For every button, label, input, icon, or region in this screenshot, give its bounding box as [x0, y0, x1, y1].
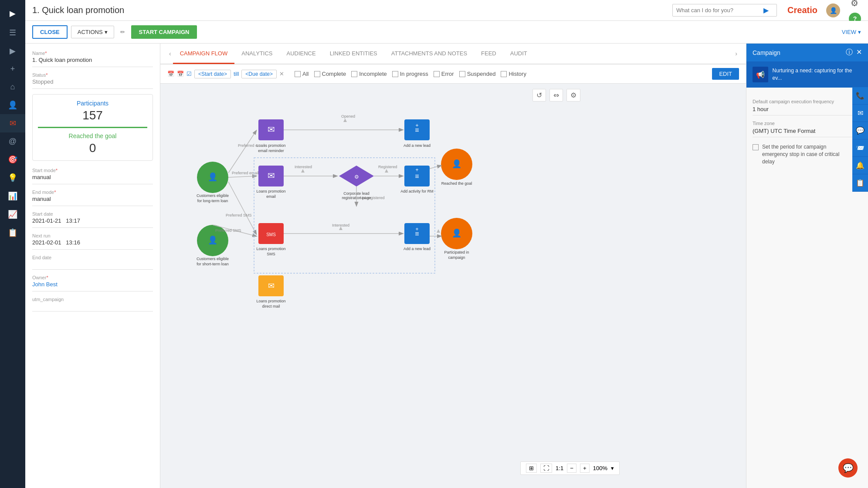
tab-audit[interactable]: AUDIT [503, 44, 534, 64]
svg-text:Loans promotion: Loans promotion [256, 247, 285, 251]
search-input[interactable] [676, 7, 763, 14]
quick-chat-icon[interactable]: 💬 [852, 122, 868, 139]
owner-value[interactable]: John Best [32, 281, 153, 291]
quick-bell-icon[interactable]: 🔔 [852, 157, 868, 174]
actions-button[interactable]: ACTIONS ▾ [71, 26, 114, 38]
end-mode-label: End mode* [32, 190, 153, 195]
settings-button[interactable]: ⚙ [566, 89, 580, 102]
close-panel-icon[interactable]: ✕ [856, 48, 862, 57]
nav-analytics-icon[interactable]: 📈 [0, 205, 25, 224]
zoom-dropdown-icon[interactable]: ▾ [611, 465, 614, 471]
pencil-button[interactable]: ✏ [118, 26, 128, 38]
zoom-in-button[interactable]: + [580, 464, 590, 473]
svg-text:Add a new lead: Add a new lead [403, 143, 431, 148]
tab-analytics[interactable]: ANALYTICS [234, 44, 279, 64]
status-field: Status* Stopped [32, 72, 153, 89]
info-icon[interactable]: ⓘ [846, 48, 853, 57]
quick-calendar-icon[interactable]: 📋 [852, 174, 868, 192]
cb-all[interactable]: All [295, 71, 309, 77]
close-button[interactable]: CLOSE [32, 25, 68, 39]
rp-tz-label: Time zone [753, 121, 862, 126]
nav-chart-icon[interactable]: 📊 [0, 187, 25, 205]
start-campaign-button[interactable]: START CAMPAIGN [131, 25, 197, 39]
svg-text:email reminder: email reminder [258, 149, 284, 153]
calendar-icon-2[interactable]: 📅 [177, 71, 184, 77]
nav-menu-icon[interactable]: ☰ [0, 24, 25, 42]
rp-freq-label: Default campaign execution frequency [753, 99, 862, 104]
tab-linked-entities[interactable]: LINKED ENTITIES [323, 44, 384, 64]
grid-view-button[interactable]: ⊞ [526, 464, 537, 473]
tab-audience[interactable]: AUDIENCE [280, 44, 323, 64]
nav-target-icon[interactable]: 🎯 [0, 150, 25, 169]
utm-value [32, 303, 153, 312]
nav-idea-icon[interactable]: 💡 [0, 169, 25, 187]
search-box[interactable]: ▶ [672, 4, 777, 17]
nav-calendar-icon[interactable]: 📋 [0, 224, 25, 242]
tab-campaign-flow[interactable]: CAMPAIGN FLOW [173, 44, 235, 64]
calendar-check-icon[interactable]: ☑ [186, 71, 192, 77]
nav-play-icon[interactable]: ▶ [0, 42, 25, 60]
cb-complete[interactable]: Complete [314, 71, 346, 77]
svg-text:direct mail: direct mail [262, 304, 280, 308]
date-end-chip[interactable]: <Due date> [241, 70, 277, 78]
date-clear-icon[interactable]: ✕ [279, 71, 284, 77]
rp-campaign-card[interactable]: 📢 Nurturing a need: capturing for the ev… [746, 61, 868, 88]
undo-button[interactable]: ↺ [532, 89, 546, 102]
emergency-checkbox[interactable] [753, 144, 759, 150]
nav-plus-icon[interactable]: + [0, 60, 25, 78]
svg-line-49 [228, 176, 256, 177]
next-run-label: Next run [32, 233, 153, 238]
svg-text:for long-term loan: for long-term loan [197, 199, 228, 203]
end-mode-field: End mode* manual [32, 190, 153, 206]
tab-next-arrow[interactable]: › [733, 50, 739, 57]
start-date-label: Start date [32, 211, 153, 217]
user-avatar[interactable]: 👤 [826, 3, 840, 17]
nav-at-icon[interactable]: @ [0, 132, 25, 150]
chat-bubble[interactable]: 💬 [838, 458, 858, 478]
quick-email-icon[interactable]: ✉ [852, 105, 868, 122]
tab-feed[interactable]: FEED [474, 44, 503, 64]
svg-text:Opened: Opened [341, 114, 355, 119]
rp-emergency-label: Set the period for campaign emergency st… [762, 143, 852, 165]
quick-msg-icon[interactable]: 📨 [852, 139, 868, 157]
svg-text:👤: 👤 [208, 172, 218, 182]
svg-text:✉: ✉ [268, 125, 275, 134]
next-run-value: 2021-02-01 13:16 [32, 239, 153, 250]
svg-text:Not registered: Not registered [360, 196, 385, 200]
fullscreen-button[interactable]: ⛶ [540, 464, 552, 473]
nav-home-icon[interactable]: ⌂ [0, 78, 25, 96]
svg-text:Reached the goal: Reached the goal [441, 181, 472, 186]
svg-marker-56 [343, 119, 347, 122]
gear-icon[interactable]: ⚙ [849, 0, 861, 10]
view-button[interactable]: VIEW ▾ [842, 29, 861, 35]
date-filter: 📅 📅 ☑ <Start date> till <Due date> ✕ [167, 70, 284, 78]
svg-text:Interested: Interested [295, 165, 312, 169]
svg-text:+: + [415, 226, 418, 232]
svg-marker-62 [385, 169, 388, 173]
cb-in-progress[interactable]: In progress [392, 71, 428, 77]
tab-prev-arrow[interactable]: ‹ [167, 50, 173, 57]
edit-button[interactable]: EDIT [712, 68, 739, 80]
cb-history[interactable]: History [501, 71, 526, 77]
goal-label: Reached the goal [38, 132, 147, 139]
end-mode-value: manual [32, 196, 153, 206]
top-bar: 1. Quick loan promotion ▶ Creatio 👤 ⚙ ? [25, 0, 868, 21]
nav-email-icon[interactable]: ✉ [0, 114, 25, 132]
status-label: Status* [32, 72, 153, 78]
date-start-chip[interactable]: <Start date> [194, 70, 231, 78]
cb-suspended[interactable]: Suspended [459, 71, 496, 77]
nav-expand-icon[interactable]: ▶ [0, 3, 25, 24]
zoom-out-button[interactable]: − [567, 464, 576, 473]
tab-attachments[interactable]: ATTACHMENTS AND NOTES [384, 44, 474, 64]
cb-error[interactable]: Error [434, 71, 454, 77]
calendar-icon-1[interactable]: 📅 [167, 71, 174, 77]
svg-text:👤: 👤 [452, 159, 462, 169]
nav-user-icon[interactable]: 👤 [0, 96, 25, 114]
view-chevron-icon: ▾ [858, 29, 861, 35]
transform-button[interactable]: ⇔ [549, 89, 563, 102]
quick-phone-icon[interactable]: 📞 [852, 87, 868, 105]
cb-incomplete[interactable]: Incomplete [351, 71, 387, 77]
svg-text:Preferred SMS: Preferred SMS [226, 213, 252, 217]
start-date-field: Start date 2021-01-21 13:17 [32, 211, 153, 228]
tabs-bar: ‹ CAMPAIGN FLOW ANALYTICS AUDIENCE LINKE… [160, 44, 746, 64]
